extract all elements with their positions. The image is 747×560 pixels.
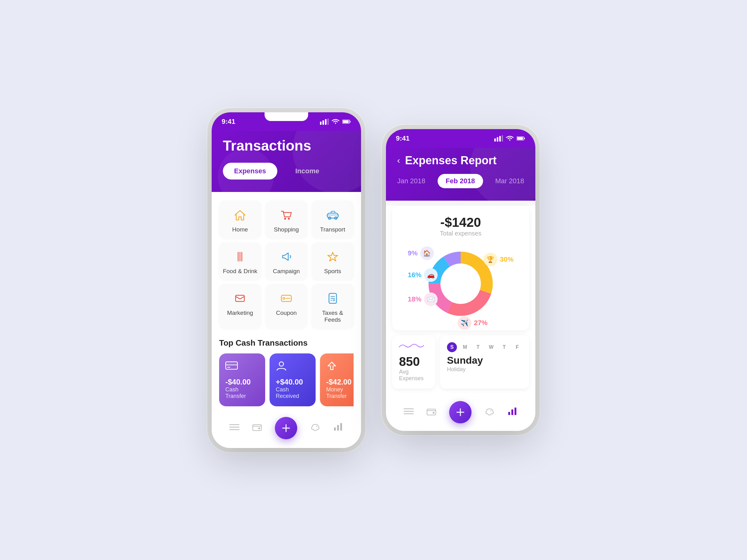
svg-point-7	[284, 218, 286, 220]
day-f[interactable]: F	[512, 342, 522, 352]
food-label: Food & Drink	[223, 268, 257, 275]
marketing-icon	[232, 290, 248, 306]
day-w[interactable]: W	[486, 342, 496, 352]
legend-16-bubble: 🚗	[424, 268, 438, 282]
scene: 9:41	[212, 112, 535, 448]
day-card: S M T W T F Sunday Holiday	[440, 336, 529, 389]
nav-pig-2[interactable]	[485, 407, 495, 418]
nav-chart-1[interactable]	[333, 423, 343, 433]
nav-wallet-2[interactable]	[427, 407, 436, 418]
status-bar-2: 9:41	[386, 129, 535, 148]
category-taxes[interactable]: Taxes & Feeds	[312, 284, 354, 328]
nav-wallet-1[interactable]	[252, 423, 262, 433]
expenses-tab[interactable]: Expenses	[223, 163, 277, 180]
svg-rect-24	[227, 367, 230, 368]
svg-point-57	[491, 410, 491, 411]
total-expense: -$1420 Total expenses	[402, 215, 520, 237]
nav-add-2[interactable]	[449, 401, 471, 423]
nav-add-1[interactable]	[275, 417, 297, 439]
svg-rect-60	[515, 407, 516, 415]
status-bar-1: 9:41	[212, 112, 361, 131]
legend-27-bubble: ✈️	[458, 316, 471, 330]
card-amount-2: +$40.00	[276, 378, 309, 386]
notch-1	[264, 112, 308, 121]
income-tab[interactable]: Income	[284, 163, 331, 180]
signal-icon-2	[494, 135, 503, 141]
bottom-nav-2	[386, 397, 535, 431]
svg-rect-42	[524, 138, 525, 139]
day-t2[interactable]: T	[499, 342, 509, 352]
tab-row: Expenses Income	[223, 163, 350, 180]
wifi-icon-2	[506, 135, 514, 141]
cash-card-received[interactable]: +$40.00 Cash Received	[269, 353, 316, 406]
status-time-2: 9:41	[396, 134, 410, 142]
taxes-label: Taxes & Feeds	[315, 310, 351, 323]
category-food[interactable]: Food & Drink	[219, 242, 261, 280]
legend-9: 9% 🏠	[408, 246, 434, 260]
month-tabs: Jan 2018 Feb 2018 Mar 2018	[397, 174, 524, 188]
top-cash-title: Top Cash Transactions	[219, 338, 354, 348]
nav-menu-1[interactable]	[229, 423, 239, 433]
svg-rect-3	[328, 118, 329, 125]
category-home[interactable]: Home	[219, 201, 261, 238]
food-icon	[232, 248, 248, 265]
day-name: Sunday	[447, 355, 522, 366]
month-feb[interactable]: Feb 2018	[438, 174, 483, 188]
card-label-3: Money Transfer	[326, 386, 354, 399]
wave-icon	[399, 342, 424, 350]
cash-card-money[interactable]: -$42.00 Money Transfer	[320, 353, 354, 406]
nav-pig-1[interactable]	[310, 423, 320, 433]
svg-rect-2	[325, 119, 327, 125]
sports-label: Sports	[324, 268, 341, 275]
donut-section: -$1420 Total expenses 9% 🏠 16% 🚗	[392, 206, 529, 330]
category-grid: Home Shopping Transport	[219, 201, 354, 328]
coupon-icon	[278, 290, 294, 306]
svg-point-30	[258, 427, 260, 429]
svg-rect-40	[502, 135, 503, 141]
card-amount-3: -$42.00	[326, 378, 354, 386]
svg-rect-53	[427, 409, 436, 415]
svg-rect-59	[511, 409, 513, 415]
svg-rect-23	[226, 364, 237, 366]
category-sports[interactable]: Sports	[312, 242, 354, 280]
phone2: 9:41	[386, 129, 535, 431]
svg-rect-58	[508, 412, 510, 415]
back-button[interactable]: ‹	[397, 156, 400, 165]
legend-9-bubble: 🏠	[420, 246, 434, 260]
category-shopping[interactable]: Shopping	[265, 201, 308, 238]
shopping-icon	[278, 207, 294, 223]
legend-27: ✈️ 27%	[458, 316, 487, 330]
category-marketing[interactable]: Marketing	[219, 284, 261, 328]
expense-label: Total expenses	[402, 230, 520, 237]
svg-point-17	[283, 297, 285, 299]
cash-card-transfer[interactable]: -$40.00 Cash Transfer	[219, 353, 265, 406]
phone2-header: ‹ Expenses Report Jan 2018 Feb 2018 Mar …	[386, 148, 535, 201]
day-s1[interactable]: S	[447, 342, 457, 352]
legend-30-bubble: 🏆	[484, 252, 497, 266]
category-transport[interactable]: Transport	[312, 201, 354, 238]
day-m[interactable]: M	[460, 342, 470, 352]
svg-rect-15	[236, 295, 244, 301]
day-t1[interactable]: T	[473, 342, 483, 352]
svg-rect-36	[340, 423, 342, 431]
card-icon-transfer	[225, 360, 259, 372]
svg-rect-34	[334, 427, 336, 431]
card-icon-received	[276, 360, 309, 374]
category-coupon[interactable]: Coupon	[265, 284, 308, 328]
legend-30: 🏆 30%	[484, 252, 514, 266]
month-mar[interactable]: Mar 2018	[495, 177, 524, 185]
week-row: S M T W T F	[447, 342, 522, 352]
svg-point-54	[433, 412, 435, 414]
nav-menu-2[interactable]	[404, 407, 414, 417]
signal-icon	[320, 118, 329, 125]
sports-icon	[325, 248, 341, 265]
bottom-nav-1	[212, 411, 361, 448]
category-campaign[interactable]: Campaign	[265, 242, 308, 280]
month-jan[interactable]: Jan 2018	[397, 177, 426, 185]
svg-rect-37	[494, 138, 496, 141]
avg-value: 850	[399, 355, 428, 369]
marketing-label: Marketing	[227, 310, 253, 316]
legend-18: 18% ✉️	[408, 292, 438, 306]
nav-chart-2[interactable]	[508, 407, 518, 418]
card-label-2: Cash Received	[276, 386, 309, 399]
